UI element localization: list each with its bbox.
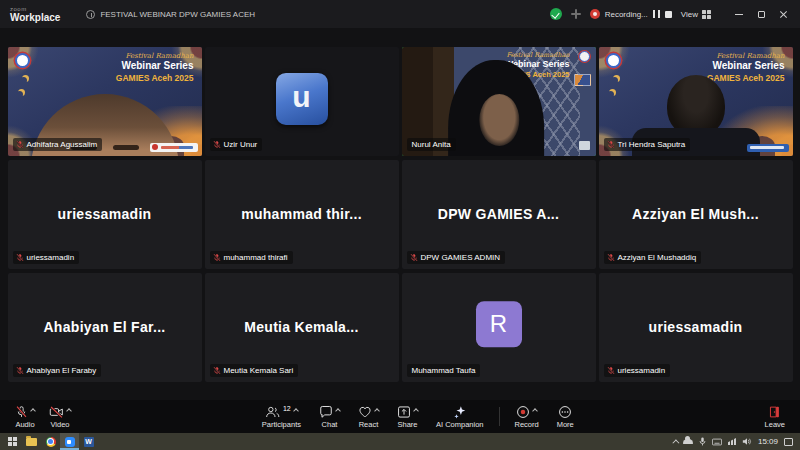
leave-button[interactable]: Leave (758, 400, 792, 433)
system-tray: 15:09 (672, 437, 797, 446)
maximize-button[interactable] (750, 4, 772, 24)
pause-recording-button[interactable] (653, 10, 660, 18)
crescent-icon (611, 77, 618, 84)
participant-tile-azziyan-el-mushaddiq[interactable]: Azziyan El Mush... Azziyan El Mushaddiq (599, 160, 793, 269)
video-button[interactable]: Video (42, 400, 78, 433)
ai-sparkle-icon (453, 405, 467, 419)
network-signal-icon[interactable] (728, 438, 736, 445)
volume-icon[interactable] (742, 437, 752, 446)
muted-mic-icon (213, 140, 221, 149)
muted-mic-icon (16, 366, 24, 375)
share-button[interactable]: Share (390, 400, 425, 433)
camera-off-icon (49, 405, 64, 419)
muted-mic-icon (16, 253, 24, 262)
participant-tile-adhifatra-agussalim[interactable]: Festival Ramadhan Webinar Series GAMIES … (8, 47, 202, 156)
audio-options-caret[interactable] (30, 408, 36, 414)
action-center-icon[interactable] (784, 438, 793, 446)
participant-tile-ahabiyan-el-faraby[interactable]: Ahabiyan El Far... Ahabiyan El Faraby (8, 273, 202, 382)
recording-icon (590, 9, 600, 19)
participants-options-caret[interactable] (293, 408, 299, 414)
whiteboard-icon (579, 141, 590, 150)
crescent-icon (607, 91, 614, 98)
taskbar-zoom-active[interactable] (60, 433, 79, 450)
zoom-meeting-window: zoom Workplace FESTIVAL WEBINAR DPW GAMI… (0, 0, 800, 450)
windows-logo-icon (8, 437, 17, 446)
participant-tile-muhammad-taufa[interactable]: R Muhammad Taufa (402, 273, 596, 382)
participant-name-label: Muhammad Taufa (407, 364, 481, 377)
view-button[interactable]: View (681, 10, 711, 19)
video-options-caret[interactable] (66, 408, 72, 414)
tray-mic-icon[interactable] (699, 437, 706, 446)
participant-name-label: uriessamadin (604, 364, 671, 377)
record-button[interactable]: Record (508, 400, 546, 433)
react-button[interactable]: React (351, 400, 386, 433)
ai-companion-button[interactable]: AI Companion (429, 400, 491, 433)
close-button[interactable] (772, 4, 794, 24)
participant-tile-dpw-gamies-admin[interactable]: DPW GAMIES A... DPW GAMIES ADMIN (402, 160, 596, 269)
eyebrow-graphic (113, 145, 139, 150)
brand-workplace: Workplace (10, 13, 60, 23)
participant-name-label: uriessamadin (13, 251, 80, 264)
participant-tile-nurul-anita-active-speaker[interactable]: Festival Ramadhan Webinar Series GAMIES … (402, 47, 596, 156)
webinar-banner-text: Festival Ramadhan Webinar Series GAMIES … (707, 52, 785, 84)
more-button[interactable]: More (550, 400, 581, 433)
settings-snowflake-icon[interactable] (571, 9, 581, 19)
more-ellipsis-icon (558, 405, 572, 419)
chrome-icon (46, 437, 56, 447)
muted-mic-icon (607, 366, 615, 375)
avatar: R (476, 301, 522, 347)
participant-tile-muhammad-thirafi[interactable]: muhammad thir... muhammad thirafi (205, 160, 399, 269)
crescent-icon (20, 77, 27, 84)
participant-tile-uzir-unur[interactable]: u Uzir Unur (205, 47, 399, 156)
share-screen-icon (397, 405, 411, 419)
maximize-icon (758, 11, 765, 18)
participants-button[interactable]: 12 Participants (255, 400, 308, 433)
crescent-icon (16, 91, 23, 98)
stop-recording-button[interactable] (665, 11, 672, 18)
muted-mic-icon (213, 253, 221, 262)
taskbar-chrome[interactable] (41, 433, 60, 450)
participant-tile-meutia-kemala-sari[interactable]: Meutia Kemala... Meutia Kemala Sari (205, 273, 399, 382)
toolbar-divider (499, 407, 500, 426)
participant-name-label: Adhifatra Agussalim (13, 138, 103, 151)
participant-tile-uriessamadin[interactable]: uriessamadin uriessamadin (8, 160, 202, 269)
pip-thumbnail (574, 74, 591, 86)
start-button[interactable] (3, 433, 22, 450)
react-options-caret[interactable] (374, 408, 380, 414)
gamies-logo-icon (606, 53, 621, 68)
windows-taskbar: W 15:09 (0, 433, 800, 450)
participant-name-label: Nurul Anita (407, 138, 456, 151)
recording-indicator: Recording... (590, 9, 672, 19)
onedrive-cloud-icon[interactable] (683, 439, 693, 444)
gallery-view: Festival Ramadhan Webinar Series GAMIES … (0, 28, 800, 400)
title-bar: zoom Workplace FESTIVAL WEBINAR DPW GAMI… (0, 0, 800, 28)
clock[interactable]: 15:09 (758, 437, 778, 446)
meeting-info[interactable]: FESTIVAL WEBINAR DPW GAMIES ACEH (86, 10, 255, 19)
taskbar-file-explorer[interactable] (22, 433, 41, 450)
minimize-button[interactable] (728, 4, 750, 24)
chat-options-caret[interactable] (335, 408, 341, 414)
participant-tile-uriessamadin-2[interactable]: uriessamadin uriessamadin (599, 273, 793, 382)
word-icon: W (84, 437, 94, 447)
tray-expand-caret-icon[interactable] (672, 439, 679, 446)
participants-count-badge: 12 (283, 405, 291, 412)
meeting-toolbar: Audio Video 12 Participants (0, 400, 800, 433)
touch-keyboard-icon[interactable] (712, 438, 722, 446)
muted-mic-icon (607, 253, 615, 262)
security-shield-icon[interactable] (550, 8, 562, 20)
webinar-banner-text: Festival Ramadhan Webinar Series GAMIES … (116, 52, 194, 84)
participant-tile-tri-hendra-saputra[interactable]: Festival Ramadhan Webinar Series GAMIES … (599, 47, 793, 156)
record-icon (516, 405, 530, 419)
muted-mic-icon (213, 366, 221, 375)
chat-button[interactable]: Chat (312, 400, 347, 433)
close-icon (779, 10, 788, 19)
gamies-logo-icon (15, 53, 30, 68)
taskbar-word[interactable]: W (79, 433, 98, 450)
meeting-title: FESTIVAL WEBINAR DPW GAMIES ACEH (100, 10, 255, 19)
audio-button[interactable]: Audio (8, 400, 42, 433)
gamies-logo-icon (579, 51, 590, 62)
face-graphic (479, 94, 519, 146)
record-options-caret[interactable] (532, 408, 538, 414)
view-label: View (681, 10, 698, 19)
share-options-caret[interactable] (413, 408, 419, 414)
